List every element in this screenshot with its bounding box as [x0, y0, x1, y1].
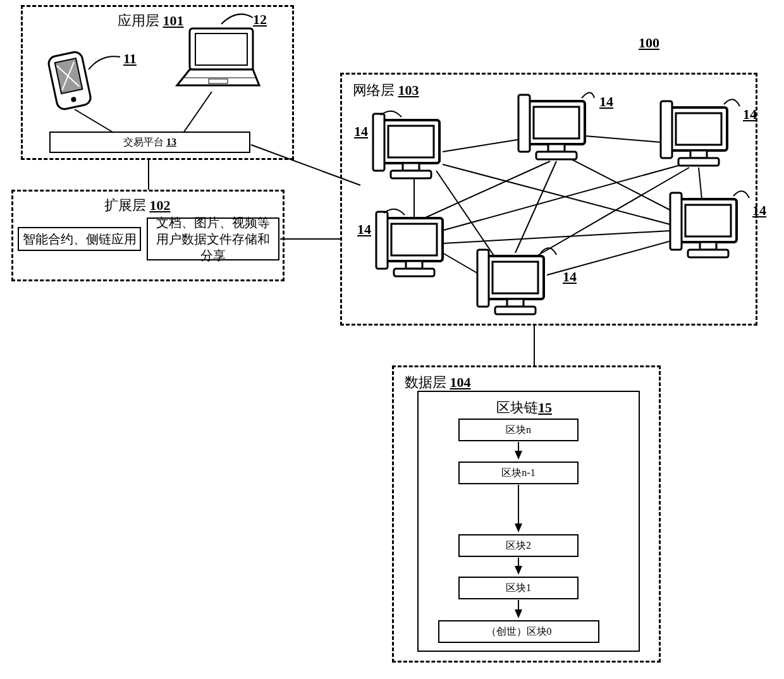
- block-arrows: [0, 0, 784, 679]
